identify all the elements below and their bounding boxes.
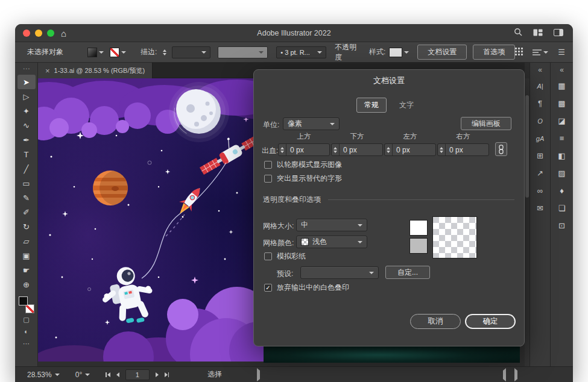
stroke-color-dropdown[interactable] xyxy=(110,48,126,57)
stepper-down-icon[interactable] xyxy=(163,53,166,55)
discard-white-overprint-option[interactable]: ✓ 放弃输出中的白色叠印 xyxy=(264,283,349,293)
bleed-top-field[interactable]: 0 px xyxy=(278,143,330,156)
tab-type[interactable]: 文字 xyxy=(391,98,422,113)
stroke-panel[interactable]: ≡ xyxy=(551,130,573,147)
stepper-down-icon[interactable] xyxy=(440,151,443,153)
magic-wand-tool[interactable]: ✦ xyxy=(17,104,36,118)
second-artboard[interactable] xyxy=(264,345,520,363)
arrange-documents-dropdown[interactable] xyxy=(533,49,548,56)
stroke-swatch[interactable] xyxy=(25,304,34,313)
artboards-panel[interactable]: ⊞ xyxy=(530,147,550,164)
opacity-link[interactable]: 不透明度 xyxy=(335,42,362,63)
close-tab-icon[interactable]: × xyxy=(45,67,50,75)
layers-panel[interactable]: ❏ xyxy=(551,199,573,217)
simulate-paper-checkbox[interactable] xyxy=(264,252,272,260)
style-swatch[interactable] xyxy=(389,48,402,57)
stepper-up-icon[interactable] xyxy=(334,147,337,149)
zoom-tool[interactable]: ⊕ xyxy=(17,277,36,292)
document-setup-button[interactable]: 文档设置 xyxy=(417,45,467,60)
stroke-weight-select[interactable] xyxy=(172,46,210,58)
paragraph-panel[interactable]: ¶ xyxy=(530,95,550,112)
scroll-right-icon[interactable] xyxy=(514,371,517,379)
fill-stroke-swatches[interactable] xyxy=(19,296,34,313)
next-artboard-button[interactable] xyxy=(156,372,159,377)
artboard-tool[interactable]: ▣ xyxy=(17,248,36,263)
scroll-left-icon[interactable] xyxy=(503,371,506,379)
bleed-right-value[interactable]: 0 px xyxy=(446,146,463,154)
edit-artboards-button[interactable]: 编辑画板 xyxy=(461,117,511,130)
menu-icon[interactable]: ☰ xyxy=(558,48,564,57)
search-icon[interactable] xyxy=(514,28,522,39)
fill-color-dropdown[interactable] xyxy=(87,48,104,57)
previous-artboard-button[interactable] xyxy=(116,372,119,377)
color-panel[interactable]: ▦ xyxy=(551,77,573,95)
units-select[interactable]: 像素 xyxy=(283,117,340,130)
artboard-number-field[interactable]: 1 xyxy=(125,369,150,380)
character-panel[interactable]: A| xyxy=(530,77,550,95)
export-panel[interactable]: ↗ xyxy=(530,164,550,182)
stroke-none-swatch[interactable] xyxy=(110,48,119,57)
highlight-glyphs-option[interactable]: 突出显示替代的字形 xyxy=(264,174,342,184)
tools-drag-handle[interactable]: ⋯ xyxy=(23,63,30,75)
link-bleed-values-icon[interactable] xyxy=(495,142,507,156)
rotate-tool[interactable]: ↻ xyxy=(17,219,36,234)
vertical-scrollbar[interactable] xyxy=(525,78,530,366)
cancel-button[interactable]: 取消 xyxy=(410,314,461,329)
preferences-button[interactable]: 首选项 xyxy=(473,45,515,60)
zoom-level-select[interactable]: 28.53% xyxy=(27,371,60,379)
status-flyout-icon[interactable] xyxy=(257,371,260,379)
document-tab[interactable]: × 1-33.ai @ 28.53 % (RGB/预览) xyxy=(38,63,153,78)
pen-tool[interactable]: ✒ xyxy=(17,133,36,147)
stepper-down-icon[interactable] xyxy=(280,151,284,153)
tab-general[interactable]: 常规 xyxy=(356,98,387,113)
fill-swatch[interactable] xyxy=(19,296,28,305)
pencil-tool[interactable]: ✐ xyxy=(17,205,36,219)
panel-toggle-icon[interactable] xyxy=(554,28,563,39)
width-profile-select[interactable] xyxy=(218,46,268,58)
grid-size-select[interactable]: 中 xyxy=(296,219,367,231)
vertical-scrollbar-thumb[interactable] xyxy=(525,95,529,198)
hand-tool[interactable]: ☛ xyxy=(17,263,36,277)
stepper-up-icon[interactable] xyxy=(440,147,443,149)
style-dropdown[interactable] xyxy=(389,48,409,57)
bleed-right-field[interactable]: 0 px xyxy=(437,143,489,156)
stepper-up-icon[interactable] xyxy=(163,49,166,52)
ok-button[interactable]: 确定 xyxy=(465,314,516,329)
toolbar-menu-icon[interactable]: ⋯ xyxy=(17,337,36,349)
lasso-tool[interactable]: ∿ xyxy=(17,118,36,133)
bleed-top-value[interactable]: 0 px xyxy=(286,146,304,154)
bleed-bottom-field[interactable]: 0 px xyxy=(331,143,383,156)
brushes-panel[interactable]: ◪ xyxy=(551,112,573,130)
stepper-up-icon[interactable] xyxy=(387,147,390,149)
bleed-left-field[interactable]: 0 px xyxy=(384,143,436,156)
gradient-panel[interactable]: ◧ xyxy=(551,147,573,164)
selection-tool[interactable]: ➤ xyxy=(17,75,36,89)
grid-color-select[interactable]: 浅色 xyxy=(296,236,367,248)
bleed-bottom-value[interactable]: 0 px xyxy=(340,146,357,154)
paintbrush-tool[interactable]: ✎ xyxy=(17,190,36,205)
preset-select[interactable] xyxy=(300,266,379,279)
expand-panels-icon[interactable]: « xyxy=(560,63,564,77)
brush-definition-select[interactable]: • 3 pt. R... xyxy=(276,46,326,58)
links-panel[interactable]: ∞ xyxy=(530,182,550,199)
symbols-panel[interactable]: ♦ xyxy=(551,182,573,199)
workspace-switcher-icon[interactable] xyxy=(533,28,543,39)
stepper-down-icon[interactable] xyxy=(387,151,390,153)
simulate-paper-option[interactable]: 模拟彩纸 xyxy=(264,251,306,261)
scale-tool[interactable]: ▱ xyxy=(17,234,36,248)
dots-grid-icon[interactable] xyxy=(515,48,523,57)
highlight-glyphs-checkbox[interactable] xyxy=(264,175,272,183)
first-artboard-button[interactable] xyxy=(106,372,110,377)
comments-panel[interactable]: ✉ xyxy=(530,199,550,217)
rotation-select[interactable]: 0° xyxy=(75,371,90,379)
custom-button[interactable]: 自定... xyxy=(385,266,430,279)
asset-export-panel[interactable]: ⊡ xyxy=(551,217,573,234)
stepper-down-icon[interactable] xyxy=(334,151,337,153)
glyphs-panel[interactable]: O xyxy=(530,112,550,130)
stepper-up-icon[interactable] xyxy=(280,147,284,149)
rectangle-tool[interactable]: ▭ xyxy=(17,176,36,190)
expand-panels-icon[interactable]: « xyxy=(538,63,542,77)
type-tool[interactable]: T xyxy=(17,147,36,161)
last-artboard-button[interactable] xyxy=(165,372,169,377)
transparency-panel[interactable]: ▨ xyxy=(551,164,573,182)
